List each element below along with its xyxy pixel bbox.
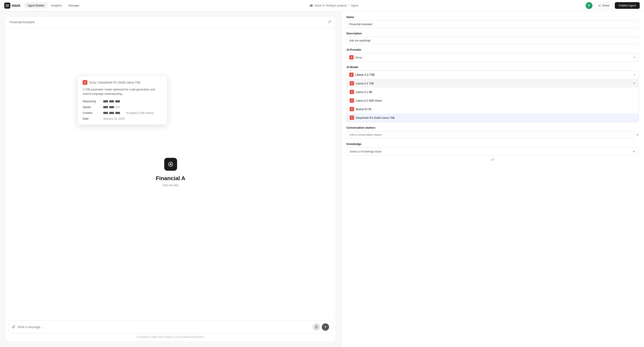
left-panel: Financial Assistant Financial A Ask me xyxy=(0,11,341,347)
chevron-down-knowledge-icon xyxy=(632,150,636,153)
share-button[interactable]: Share xyxy=(595,2,613,9)
model-option-name-3: Mixtral 8×7B xyxy=(356,108,371,111)
knowledge-section: Knowledge Select a Knowledge Base OR xyxy=(346,142,639,161)
chat-agent-name: Financial A xyxy=(156,175,186,182)
breadcrumb-project: Stack AI Testing's projects xyxy=(314,4,347,7)
description-label: Description xyxy=(346,32,639,35)
chat-agent-subtitle: Ask me any xyxy=(163,184,178,187)
main-layout: Financial Assistant Financial A Ask me xyxy=(0,11,644,347)
knowledge-label: Knowledge xyxy=(346,142,639,146)
breadcrumb: Stack AI Testing's projects / Agent xyxy=(310,4,358,7)
nav-tabs: Agent Builder Analytics Manager xyxy=(25,2,82,8)
publish-button[interactable]: Publish Agent xyxy=(615,2,640,9)
ai-provider-value: Groq xyxy=(355,56,362,59)
header-left: stack Agent Builder Analytics Manager xyxy=(4,2,82,8)
breadcrumb-page: Agent xyxy=(351,4,358,7)
metric-date-label: Date xyxy=(83,117,100,120)
chat-input-row xyxy=(9,320,332,334)
tooltip-provider: Groq / xyxy=(89,81,98,84)
tooltip-model-name: DeepSeek R1 Distill Llama 70B xyxy=(98,81,140,84)
model-trigger-inner: 9 Llama 3.3 70B xyxy=(349,72,374,77)
conversation-starters-label: Conversation starters xyxy=(346,126,639,129)
svg-point-1 xyxy=(600,4,600,5)
groq-badge-model: 9 xyxy=(349,72,354,77)
groq-badge-provider: 9 xyxy=(349,55,354,60)
attach-icon[interactable] xyxy=(12,325,16,329)
model-option-left-1: 9 Llama 3.1 8B xyxy=(350,90,372,94)
chat-actions xyxy=(313,324,329,331)
groq-badge-tooltip: 9 xyxy=(83,80,87,85)
chat-input[interactable] xyxy=(18,325,310,329)
edit-icon[interactable] xyxy=(328,20,332,24)
description-input[interactable] xyxy=(346,37,639,44)
model-option-name-4: DeepSeek R1 Distill Llama 70B xyxy=(356,116,394,120)
bar-s2 xyxy=(109,106,114,108)
svg-point-2 xyxy=(598,5,599,6)
svg-line-5 xyxy=(599,6,600,6)
agent-logo-icon xyxy=(167,161,174,168)
model-option-name-1: Llama 3.1 8B xyxy=(356,90,372,94)
model-option-left-4: 9 DeepSeek R1 Distill Llama 70B xyxy=(350,116,394,120)
model-option-left-3: 9 Mixtral 8×7B xyxy=(350,107,371,111)
name-input[interactable] xyxy=(346,20,639,28)
groq-badge-opt1: 9 xyxy=(350,90,354,94)
chat-header: Financial Assistant xyxy=(5,16,336,28)
send-icon xyxy=(324,326,327,328)
tooltip-description: A 70B parameter model optimized for code… xyxy=(83,88,162,96)
metric-reasoning: Reasoning xyxy=(83,100,162,103)
model-option-llama32-90b[interactable]: 9 Llama 3.2 90B Vision xyxy=(347,96,639,105)
tooltip-header: 9 Groq / DeepSeek R1 Distill Llama 70B xyxy=(83,80,162,85)
groq-badge-opt2: 9 xyxy=(350,98,354,103)
tab-agent-builder[interactable]: Agent Builder xyxy=(25,2,48,8)
groq-badge-opt4: 9 xyxy=(350,116,354,120)
metric-speed-label: Speed xyxy=(83,106,100,109)
chat-disclaimer: AI assistants might make mistakes. Check… xyxy=(9,336,332,338)
metric-context-note: ~63 pages (128k tokens). xyxy=(125,112,154,114)
chat-container: Financial Assistant Financial A Ask me xyxy=(5,16,336,342)
mic-button[interactable] xyxy=(313,324,320,331)
metric-context: Context ~63 pages (128k tokens). xyxy=(83,111,162,114)
svg-point-8 xyxy=(170,164,171,165)
model-option-left-0: 9 Llama 3.3 70B xyxy=(350,81,374,86)
description-section: Description xyxy=(346,32,639,44)
svg-point-3 xyxy=(600,6,600,7)
share-label: Share xyxy=(602,4,610,7)
model-option-mixtral[interactable]: 9 Mixtral 8×7B xyxy=(347,105,639,114)
metric-reasoning-label: Reasoning xyxy=(83,100,100,103)
model-option-deepseek[interactable]: 9 DeepSeek R1 Distill Llama 70B xyxy=(347,114,639,122)
logo-text: stack xyxy=(12,4,20,8)
svg-line-4 xyxy=(599,5,600,5)
ai-provider-select[interactable]: 9 Groq xyxy=(346,53,639,62)
chat-footer: AI assistants might make mistakes. Check… xyxy=(5,317,336,342)
header-right: P Share Publish Agent xyxy=(586,2,640,9)
tab-analytics[interactable]: Analytics xyxy=(48,2,65,8)
model-option-name-0: Llama 3.3 70B xyxy=(356,82,374,85)
metric-date-value: January 25, 2025 xyxy=(103,117,125,120)
model-dropdown-open: 9 Llama 3.3 70B 9 Llama 3.3 70B xyxy=(346,70,639,122)
model-dropdown-trigger[interactable]: 9 Llama 3.3 70B xyxy=(347,71,639,79)
chat-body: Financial A Ask me any xyxy=(5,28,336,317)
tooltip-title: Groq / DeepSeek R1 Distill Llama 70B xyxy=(89,81,140,84)
model-options-list: 9 Llama 3.3 70B ✓ 9 Llama 3.1 8B xyxy=(347,79,639,122)
starter-close-button[interactable]: ✕ xyxy=(636,133,639,137)
metric-speed-bars xyxy=(103,106,120,108)
right-panel: Name Description AI Provider 9 Groq AI M… xyxy=(341,11,644,347)
groq-badge-opt3: 9 xyxy=(350,107,354,111)
model-option-llama31-8b[interactable]: 9 Llama 3.1 8B xyxy=(347,88,639,96)
metric-reasoning-bars xyxy=(103,100,120,102)
bar-c2 xyxy=(109,112,114,114)
starter-input[interactable] xyxy=(346,131,634,138)
knowledge-select[interactable]: Select a Knowledge Base xyxy=(346,147,639,156)
tab-manager[interactable]: Manager xyxy=(66,2,82,8)
folder-icon xyxy=(310,4,313,7)
breadcrumb-separator: / xyxy=(348,4,349,7)
header: stack Agent Builder Analytics Manager St… xyxy=(0,0,644,11)
model-option-llama33-70b[interactable]: 9 Llama 3.3 70B ✓ xyxy=(347,79,639,88)
model-selected-label: Llama 3.3 70B xyxy=(355,73,374,76)
svg-rect-9 xyxy=(316,326,317,327)
ai-provider-section: AI Provider 9 Groq xyxy=(346,48,639,62)
send-button[interactable] xyxy=(322,324,329,331)
knowledge-placeholder: Select a Knowledge Base xyxy=(350,150,382,153)
mic-icon xyxy=(315,326,318,328)
ai-model-section: AI Model 9 Llama 3.3 70B xyxy=(346,66,639,122)
